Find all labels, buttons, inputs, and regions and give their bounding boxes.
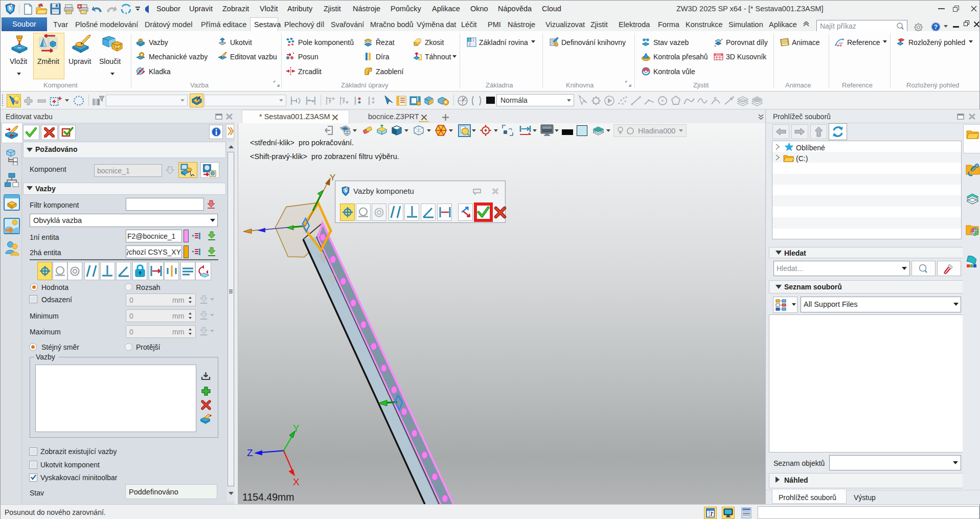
svg-text:X: X <box>293 477 300 487</box>
svg-text:BOM: BOM <box>716 54 721 56</box>
svg-text:3: 3 <box>468 38 470 42</box>
svg-text:1154.49mm: 1154.49mm <box>242 491 294 503</box>
svg-text:Y: Y <box>293 423 300 434</box>
svg-text:1: 1 <box>472 38 474 42</box>
svg-text:?: ? <box>934 24 938 31</box>
svg-text:REF: REF <box>839 42 844 44</box>
svg-text:Z: Z <box>247 447 253 458</box>
svg-text:2: 2 <box>469 42 471 46</box>
